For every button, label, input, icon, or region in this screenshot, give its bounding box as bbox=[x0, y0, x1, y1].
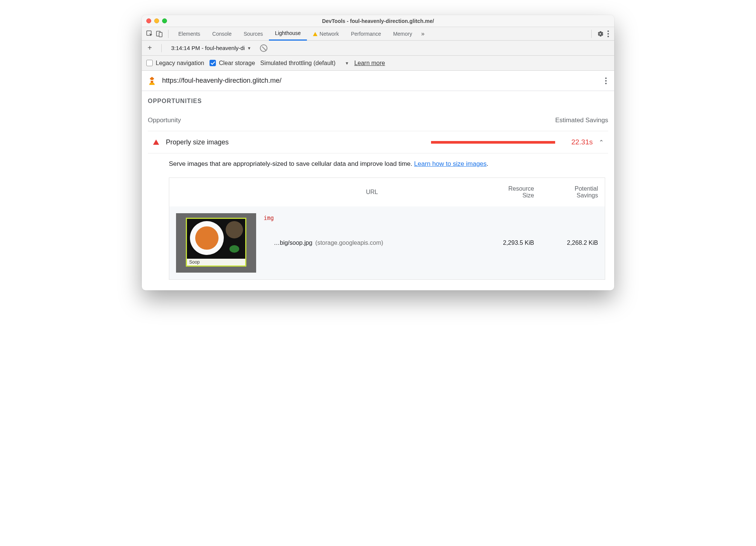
resource-path: …big/soop.jpg bbox=[274, 240, 312, 246]
fail-triangle-icon bbox=[153, 140, 159, 145]
separator bbox=[168, 30, 169, 38]
dropdown-caret-icon: ▼ bbox=[345, 61, 349, 65]
col-url: URL bbox=[274, 189, 470, 196]
resource-savings: 2,268.2 KiB bbox=[534, 240, 598, 246]
titlebar: DevTools - foul-heavenly-direction.glitc… bbox=[142, 15, 614, 27]
checkbox-checked-icon bbox=[209, 60, 216, 66]
resource-row[interactable]: Soop img …big/soop.jpg (storage.googleap… bbox=[169, 206, 605, 279]
clear-storage-label: Clear storage bbox=[219, 60, 255, 67]
opportunity-row[interactable]: Properly size images 22.31s ⌃ bbox=[148, 131, 608, 153]
settings-gear-icon[interactable] bbox=[595, 29, 605, 39]
separator bbox=[161, 44, 162, 52]
more-tabs-icon[interactable]: » bbox=[418, 30, 428, 37]
opportunity-savings-value: 22.31s bbox=[566, 138, 593, 146]
resource-url: …big/soop.jpg (storage.googleapis.com) bbox=[274, 240, 470, 246]
audited-url: https://foul-heavenly-direction.glitch.m… bbox=[162, 77, 281, 85]
inspect-element-icon[interactable] bbox=[145, 29, 155, 39]
device-toolbar-icon[interactable] bbox=[155, 29, 164, 39]
report-body: OPPORTUNITIES Opportunity Estimated Savi… bbox=[142, 91, 614, 290]
tab-console[interactable]: Console bbox=[206, 27, 237, 41]
resource-table-header: URL ResourceSize PotentialSavings bbox=[169, 178, 605, 206]
new-report-button[interactable]: + bbox=[146, 44, 154, 52]
resource-size: 2,293.5 KiB bbox=[470, 240, 534, 246]
more-options-kebab-icon[interactable] bbox=[605, 28, 611, 39]
tab-memory[interactable]: Memory bbox=[387, 27, 418, 41]
legacy-nav-checkbox[interactable]: Legacy navigation bbox=[146, 60, 204, 67]
window-title: DevTools - foul-heavenly-direction.glitc… bbox=[142, 18, 614, 24]
tab-performance[interactable]: Performance bbox=[345, 27, 387, 41]
opportunities-header: OPPORTUNITIES bbox=[148, 98, 608, 105]
col-opportunity: Opportunity bbox=[148, 117, 181, 124]
learn-how-link[interactable]: Learn how to size images bbox=[414, 160, 487, 167]
col-estimated-savings: Estimated Savings bbox=[555, 117, 608, 124]
clear-storage-checkbox[interactable]: Clear storage bbox=[209, 60, 255, 67]
col-resource-size: ResourceSize bbox=[470, 185, 534, 199]
thumb-caption: Soop bbox=[187, 259, 245, 267]
report-select-label: 3:14:14 PM - foul-heavenly-di bbox=[171, 45, 245, 51]
resource-host: (storage.googleapis.com) bbox=[315, 240, 383, 246]
dropdown-caret-icon: ▼ bbox=[247, 46, 251, 50]
chevron-up-icon[interactable]: ⌃ bbox=[597, 139, 606, 146]
separator bbox=[591, 30, 592, 38]
clear-report-icon[interactable] bbox=[260, 44, 267, 52]
opportunity-description: Serve images that are appropriately-size… bbox=[148, 153, 608, 174]
tab-elements[interactable]: Elements bbox=[172, 27, 206, 41]
legacy-nav-label: Legacy navigation bbox=[156, 60, 204, 67]
tab-lighthouse[interactable]: Lighthouse bbox=[269, 27, 307, 41]
throttling-select[interactable]: Simulated throttling (default) ▼ bbox=[260, 60, 349, 67]
panel-tabs: Elements Console Sources Lighthouse Netw… bbox=[172, 27, 418, 41]
desc-text: Serve images that are appropriately-size… bbox=[169, 160, 414, 167]
checkbox-icon bbox=[146, 60, 153, 66]
report-menu-kebab-icon[interactable] bbox=[603, 75, 609, 86]
lighthouse-logo-icon bbox=[147, 76, 157, 86]
svg-rect-3 bbox=[151, 79, 153, 83]
report-url-row: https://foul-heavenly-direction.glitch.m… bbox=[142, 71, 614, 91]
tab-network[interactable]: Network bbox=[307, 27, 345, 41]
tab-sources[interactable]: Sources bbox=[238, 27, 269, 41]
svg-rect-2 bbox=[159, 32, 162, 37]
learn-more-link[interactable]: Learn more bbox=[354, 60, 385, 67]
throttling-label: Simulated throttling (default) bbox=[260, 60, 335, 67]
devtools-tabs-row: Elements Console Sources Lighthouse Netw… bbox=[142, 27, 614, 41]
savings-bar bbox=[361, 141, 555, 144]
svg-rect-4 bbox=[151, 80, 153, 80]
resource-thumbnail: Soop bbox=[176, 213, 256, 273]
opportunities-columns: Opportunity Estimated Savings bbox=[148, 117, 608, 124]
lighthouse-options-bar: Legacy navigation Clear storage Simulate… bbox=[142, 56, 614, 71]
desc-text-post: . bbox=[487, 160, 489, 167]
report-select[interactable]: 3:14:14 PM - foul-heavenly-di ▼ bbox=[169, 44, 253, 52]
opportunity-title: Properly size images bbox=[166, 138, 361, 146]
resource-table: URL ResourceSize PotentialSavings Soop bbox=[169, 177, 605, 280]
lighthouse-toolbar: + 3:14:14 PM - foul-heavenly-di ▼ bbox=[142, 41, 614, 56]
col-potential-savings: PotentialSavings bbox=[534, 185, 598, 199]
element-tag: img bbox=[264, 213, 274, 221]
